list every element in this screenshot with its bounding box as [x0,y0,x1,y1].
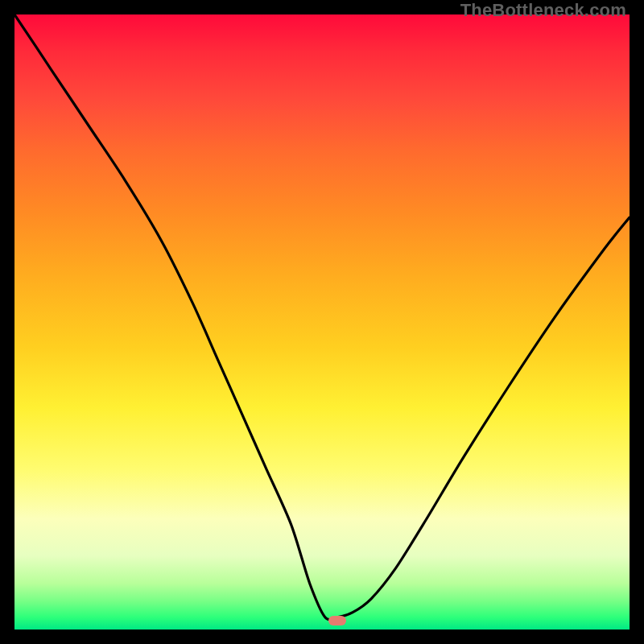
watermark-text: TheBottleneck.com [460,0,626,21]
chart-curve [14,14,630,630]
chart-frame: TheBottleneck.com [0,0,644,644]
chart-marker [328,616,346,625]
